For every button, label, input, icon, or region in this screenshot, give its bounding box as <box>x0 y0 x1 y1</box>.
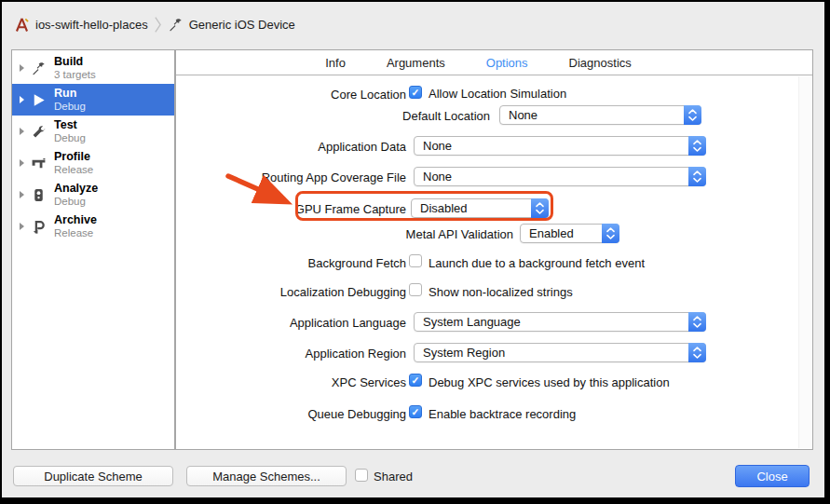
localization-debugging-label: Localization Debugging <box>176 285 406 299</box>
analyze-icon <box>30 186 47 203</box>
archive-icon <box>30 218 47 235</box>
application-region-dropdown[interactable]: System Region <box>414 343 706 362</box>
sidebar-item-label: Run <box>54 87 86 100</box>
application-data-dropdown[interactable]: None <box>414 136 706 156</box>
test-wrench-icon <box>30 123 47 140</box>
background-fetch-checkbox[interactable] <box>409 254 422 267</box>
tab-info[interactable]: Info <box>325 56 346 70</box>
stepper-arrows-icon <box>688 136 706 156</box>
default-location-dropdown[interactable]: None <box>499 105 701 125</box>
sidebar-item-label: Analyze <box>54 182 98 195</box>
stepper-arrows-icon <box>688 167 706 186</box>
default-location-label: Default Location <box>176 109 490 123</box>
stepper-arrows-icon <box>688 343 706 362</box>
queue-debugging-label: Queue Debugging <box>176 407 406 421</box>
dropdown-value: Enabled <box>529 225 574 242</box>
dropdown-value: None <box>423 137 452 155</box>
breadcrumb-destination[interactable]: Generic iOS Device <box>189 18 295 32</box>
xpc-services-checkbox[interactable]: ✓ <box>409 374 422 387</box>
sidebar-item-detail: Debug <box>54 132 86 144</box>
disclosure-triangle-icon[interactable] <box>20 223 24 230</box>
sidebar-item-analyze[interactable]: AnalyzeDebug <box>12 179 174 211</box>
application-data-label: Application Data <box>176 140 406 154</box>
sidebar-item-test[interactable]: TestDebug <box>12 116 174 147</box>
metal-api-validation-label: Metal API Validation <box>176 227 513 241</box>
stepper-arrows-icon <box>531 198 549 218</box>
breadcrumb-separator-icon <box>154 16 162 34</box>
check-icon: ✓ <box>412 375 420 386</box>
build-hammer-icon <box>30 60 47 76</box>
profile-caliper-icon <box>30 155 47 171</box>
stepper-arrows-icon <box>688 312 706 332</box>
tab-arguments[interactable]: Arguments <box>387 56 445 70</box>
sidebar-item-detail: Debug <box>54 101 86 113</box>
scheme-sidebar: Build3 targets RunDebug TestDebug Profil… <box>11 49 175 450</box>
disclosure-triangle-icon[interactable] <box>20 128 24 135</box>
hammer-icon <box>168 17 184 33</box>
localization-debugging-text: Show non-localized strings <box>429 285 573 299</box>
dropdown-value: None <box>509 106 537 124</box>
xpc-services-label: XPC Services <box>176 375 406 389</box>
sidebar-item-detail: Release <box>54 164 93 176</box>
disclosure-triangle-icon[interactable] <box>20 96 24 103</box>
dropdown-value: System Region <box>423 344 505 361</box>
sidebar-item-label: Test <box>54 118 86 131</box>
sidebar-item-run[interactable]: RunDebug <box>12 84 174 116</box>
check-icon: ✓ <box>412 87 420 98</box>
check-icon: ✓ <box>412 406 420 417</box>
application-language-label: Application Language <box>176 316 406 330</box>
core-location-label: Core Location <box>176 88 406 102</box>
scheme-editor-window: ios-swift-hello-places Generic iOS Devic… <box>0 0 830 504</box>
sidebar-item-detail: Debug <box>54 196 98 208</box>
stepper-arrows-icon <box>602 224 619 243</box>
tab-bar: Info Arguments Options Diagnostics <box>176 50 812 75</box>
sidebar-item-detail: 3 targets <box>54 69 96 81</box>
options-pane: Info Arguments Options Diagnostics Core … <box>175 49 813 450</box>
sidebar-item-label: Profile <box>54 150 93 163</box>
tab-options[interactable]: Options <box>486 56 528 70</box>
shared-label: Shared <box>374 470 413 484</box>
scheme-editor-dialog: ios-swift-hello-places Generic iOS Devic… <box>2 2 824 497</box>
duplicate-scheme-button[interactable]: Duplicate Scheme <box>13 466 173 486</box>
sidebar-item-detail: Release <box>54 227 97 239</box>
localization-debugging-checkbox[interactable] <box>409 283 422 296</box>
sidebar-item-label: Build <box>54 55 96 68</box>
close-button[interactable]: Close <box>735 465 810 487</box>
disclosure-triangle-icon[interactable] <box>20 191 24 198</box>
application-region-label: Application Region <box>176 347 406 361</box>
sidebar-item-profile[interactable]: ProfileRelease <box>12 147 174 179</box>
stepper-arrows-icon <box>684 105 701 125</box>
shared-checkbox[interactable] <box>355 469 368 482</box>
metal-api-validation-dropdown[interactable]: Enabled <box>520 224 619 243</box>
sidebar-item-archive[interactable]: ArchiveRelease <box>12 211 174 242</box>
annotation-arrow-icon <box>220 170 313 222</box>
scrollbar-track[interactable] <box>798 76 811 448</box>
disclosure-triangle-icon[interactable] <box>20 159 24 167</box>
background-fetch-label: Background Fetch <box>176 256 406 270</box>
allow-location-simulation-checkbox[interactable]: ✓ <box>409 86 422 99</box>
tab-diagnostics[interactable]: Diagnostics <box>569 56 632 70</box>
xpc-services-text: Debug XPC services used by this applicat… <box>429 375 670 389</box>
allow-location-simulation-text: Allow Location Simulation <box>429 87 566 101</box>
breadcrumb: ios-swift-hello-places Generic iOS Devic… <box>14 14 295 34</box>
queue-debugging-checkbox[interactable]: ✓ <box>409 405 422 418</box>
dropdown-value: Disabled <box>420 199 468 217</box>
routing-app-coverage-dropdown[interactable]: None <box>414 167 706 186</box>
dropdown-value: None <box>423 168 452 185</box>
queue-debugging-text: Enable backtrace recording <box>429 407 576 421</box>
breadcrumb-scheme[interactable]: ios-swift-hello-places <box>35 18 148 32</box>
disclosure-triangle-icon[interactable] <box>20 64 24 72</box>
dropdown-value: System Language <box>423 313 521 331</box>
manage-schemes-button[interactable]: Manage Schemes... <box>186 466 347 486</box>
application-language-dropdown[interactable]: System Language <box>414 312 706 332</box>
sidebar-item-label: Archive <box>54 213 97 226</box>
run-play-icon <box>30 91 47 108</box>
background-fetch-text: Launch due to a background fetch event <box>429 256 645 270</box>
sidebar-item-build[interactable]: Build3 targets <box>12 52 174 84</box>
gpu-frame-capture-dropdown[interactable]: Disabled <box>411 198 549 218</box>
project-icon <box>14 17 30 33</box>
